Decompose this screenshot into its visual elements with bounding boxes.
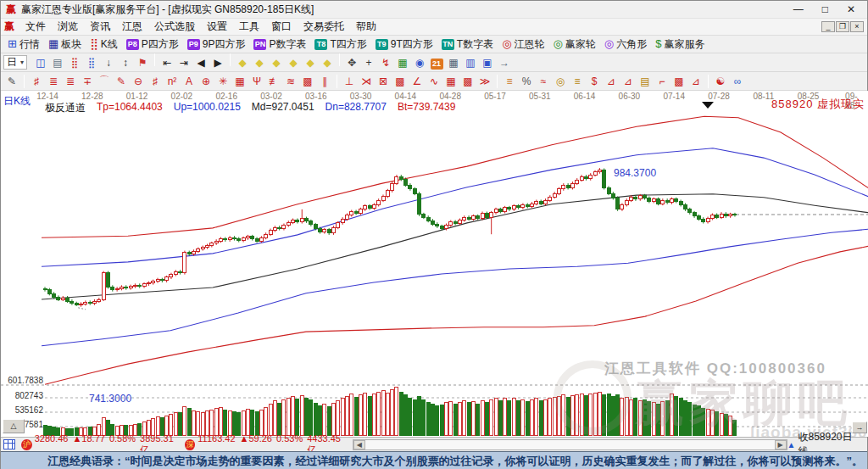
scrollbar-left-arrow[interactable]: ◀ (353, 440, 365, 449)
first-page-icon[interactable]: ⇤ (159, 55, 175, 70)
menu-item-7[interactable]: 窗口 (265, 19, 298, 34)
sectors-button[interactable]: ▦板块 (44, 36, 86, 53)
flag-icon[interactable]: ⚑ (134, 55, 151, 70)
chart-region[interactable]: 12-1412-2801-1202-0202-1603-0203-1603-30… (1, 91, 868, 437)
maximize-button[interactable]: □ (822, 3, 828, 15)
yinyang-icon[interactable]: ☯ (712, 74, 729, 89)
form-icon[interactable]: ▥ (462, 55, 479, 70)
red-pencil-icon[interactable]: ✎ (113, 74, 130, 89)
gann-fan-icon[interactable]: ≣ (45, 74, 62, 89)
period-dropdown[interactable]: 日 ▾ (3, 55, 27, 70)
n-square-icon[interactable]: n² (164, 74, 181, 89)
scrollbar-right-arrow[interactable]: ▶ (775, 440, 787, 449)
mdi-restore-button[interactable]: ❐ (836, 21, 849, 32)
menu-item-4[interactable]: 公式选股 (148, 19, 201, 34)
menu-item-2[interactable]: 资讯 (84, 19, 116, 34)
crosshair-icon[interactable]: + (360, 55, 377, 70)
wave-fence-icon[interactable]: ≋ (282, 74, 299, 89)
kline-button[interactable]: ⣿K线 (86, 36, 122, 53)
hexagon-button[interactable]: ◎六角形 (600, 36, 651, 53)
minimize-button[interactable]: — (793, 3, 804, 15)
close-button[interactable]: ✕ (847, 3, 855, 15)
step-tool-icon[interactable]: ⌐ (654, 74, 670, 89)
circle-line-icon[interactable]: ⊖ (130, 74, 147, 89)
prev-bar-icon[interactable]: ◀ (192, 55, 209, 70)
angle-a-icon[interactable]: A (181, 74, 198, 89)
menu-item-9[interactable]: 帮助 (350, 19, 382, 34)
drop-marker-icon[interactable]: ↓ (100, 55, 117, 70)
fork-tool-icon[interactable]: Ψ (248, 74, 265, 89)
star-rays-icon[interactable]: ✳ (214, 74, 231, 89)
adjust-rights-icon[interactable]: ↕ (117, 55, 134, 70)
next-bar-icon[interactable]: ▶ (209, 55, 226, 70)
calendar-icon[interactable]: 21 (428, 57, 445, 72)
pencil-icon[interactable]: ✎ (3, 74, 20, 89)
globe-icon[interactable]: ◉ (411, 55, 428, 70)
export-icon[interactable]: → (496, 55, 513, 70)
diamond-center-icon[interactable]: ◆ (268, 55, 285, 70)
menu-item-6[interactable]: 工具 (233, 19, 265, 34)
info-list-icon[interactable]: ▤ (49, 55, 66, 70)
p9-square-button[interactable]: P99P四方形 (183, 36, 250, 53)
slope-tool-icon[interactable]: ⊿ (687, 74, 704, 89)
calculator-icon[interactable]: ▦ (445, 55, 462, 70)
grid4-icon[interactable]: ▦ (442, 74, 459, 89)
box-x-icon[interactable]: ⊠ (375, 74, 392, 89)
pct-ruler-icon[interactable]: ≡ (501, 74, 518, 89)
t-square-button[interactable]: T8T四方形 (310, 36, 370, 53)
angle-tool-icon[interactable]: ∠ (409, 74, 426, 89)
p-number-table-button[interactable]: PNP数字表 (249, 36, 310, 53)
diamond-expand-h-icon[interactable]: ◆ (251, 55, 268, 70)
menu-item-3[interactable]: 江恩 (116, 19, 148, 34)
diamond-full-icon[interactable]: ◆ (285, 55, 302, 70)
gann-lines-icon[interactable]: ♯ (28, 74, 45, 89)
menu-item-5[interactable]: 设置 (201, 19, 233, 34)
gold-levels-icon[interactable]: ≡ (569, 74, 586, 89)
gann-f-icon[interactable]: ⊿ (620, 74, 637, 89)
dense-box-icon[interactable]: ▩ (392, 74, 409, 89)
diamond-shrink-h-icon[interactable]: ◆ (234, 55, 251, 70)
gold-box-icon[interactable]: ▤ (637, 74, 654, 89)
gann-compass-icon[interactable]: ⊕ (198, 74, 214, 89)
menu-item-1[interactable]: 浏览 (52, 19, 84, 34)
pct-levels-icon[interactable]: ≈ (535, 74, 552, 89)
fence-icon[interactable]: ≢ (265, 74, 282, 89)
percent-icon[interactable]: % (518, 74, 535, 89)
grid-tool-icon[interactable]: ♯ (147, 74, 164, 89)
square-grid-icon[interactable]: ▦ (231, 74, 248, 89)
infinity-icon[interactable]: ∞ (729, 74, 746, 89)
gann-fan2-icon[interactable]: ≣ (62, 74, 79, 89)
winner-wheel-button[interactable]: ◎赢家轮 (549, 36, 600, 53)
money-tool-icon[interactable]: $ (586, 74, 603, 89)
t9-square-button[interactable]: T99T四方形 (371, 36, 437, 53)
gann-j-icon[interactable]: ⊿ (603, 74, 620, 89)
p-square-button[interactable]: P8P四方形 (122, 36, 183, 53)
hand-tool-icon[interactable]: ✥ (343, 55, 360, 70)
stats-table-icon[interactable]: ▦ (394, 55, 411, 70)
market-quotes-button[interactable]: ⊞行情 (3, 36, 44, 53)
last-page-icon[interactable]: ⇥ (175, 55, 192, 70)
anchor-tool-icon[interactable]: ⊥ (341, 74, 358, 89)
block-grid-icon[interactable]: ▩ (299, 74, 316, 89)
mdi-close-button[interactable]: × (850, 21, 864, 32)
gann-wheel-button[interactable]: ◎江恩轮 (498, 36, 548, 53)
quote-grid-icon[interactable] (3, 439, 15, 449)
rays-tool-icon[interactable]: ⋊ (358, 74, 375, 89)
save-icon[interactable]: ▣ (479, 55, 496, 70)
dense-grid-icon[interactable]: ▩ (670, 74, 687, 89)
slash-lines-icon[interactable]: ≫ (476, 74, 493, 89)
mdi-minimize-button[interactable]: _ (821, 21, 835, 32)
zigzag-icon[interactable]: ↯ (377, 55, 394, 70)
gann-box-icon[interactable]: ∓ (79, 74, 96, 89)
zoom-window-icon[interactable]: ◫ (32, 55, 49, 70)
bars-tool-icon[interactable]: ∥ (316, 74, 333, 89)
menu-item-8[interactable]: 交易委托 (298, 19, 350, 34)
gold-coin-icon[interactable]: ◎ (552, 74, 569, 89)
t-number-table-button[interactable]: TNT数字表 (437, 36, 498, 53)
diamond-shrink-v-icon[interactable]: ◆ (302, 55, 319, 70)
mini-kline-blue-icon[interactable]: ⣿ (83, 55, 100, 70)
panel-expand-button[interactable]: △ (3, 419, 25, 433)
mini-kline-red-icon[interactable]: ⣿ (66, 55, 83, 70)
grid5-icon[interactable]: ▩ (459, 74, 476, 89)
winner-service-button[interactable]: $赢家服务 (651, 36, 709, 53)
